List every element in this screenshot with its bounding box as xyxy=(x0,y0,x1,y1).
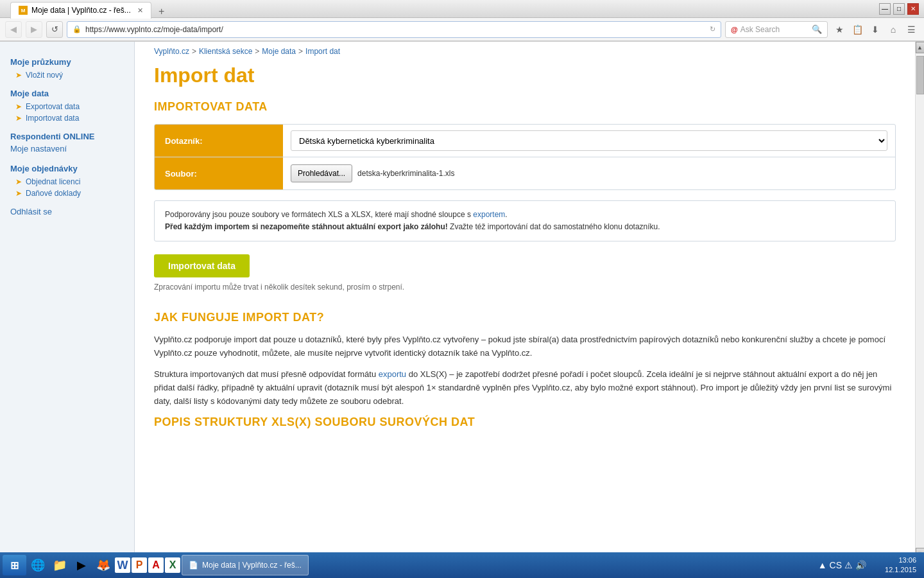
dotaznik-label: Dotazník: xyxy=(155,125,283,157)
taskbar-pdf-icon[interactable]: A xyxy=(148,557,164,573)
dotaznik-select[interactable]: Dětská kybernetická kyberkriminalita xyxy=(291,130,887,151)
para2-start: Struktura importovaných dat musí přesně … xyxy=(154,369,379,379)
maximize-button[interactable]: □ xyxy=(893,3,905,15)
lock-icon: 🔒 xyxy=(73,25,81,33)
taskbar-ie-icon[interactable]: 🌐 xyxy=(28,555,48,575)
arrow-icon-5: ➤ xyxy=(15,189,22,198)
breadcrumb-current: Import dat xyxy=(305,47,340,56)
breadcrumb-sep-2: > xyxy=(255,47,259,56)
taskbar-clock: 13:06 12.1.2015 xyxy=(870,556,921,575)
sidebar-add-new[interactable]: ➤ Vložit nový xyxy=(10,69,124,81)
search-logo: @ xyxy=(731,26,738,33)
processing-note: Zpracování importu může trvat i několik … xyxy=(154,283,896,292)
taskbar-date-text: 12.1.2015 xyxy=(875,565,916,575)
import-form-box: Dotazník: Dětská kybernetická kyberkrimi… xyxy=(154,124,896,190)
scroll-up-btn[interactable]: ▲ xyxy=(916,42,925,53)
taskbar-active-window[interactable]: 📄 Moje data | Vyplňto.cz - řeš... xyxy=(182,555,309,575)
taskbar-ppt-icon[interactable]: P xyxy=(132,557,147,573)
soubor-row: Soubor: Prohledávat... detska-kyberkrimi… xyxy=(155,157,895,189)
dotaznik-field: Dětská kybernetická kyberkriminalita xyxy=(283,125,895,156)
import-button[interactable]: Importovat data xyxy=(154,254,250,277)
search-placeholder-text: Ask Search xyxy=(740,25,780,34)
info-text-1: Podporovány jsou pouze soubory ve formát… xyxy=(165,210,473,219)
how-para-1: Vyplňto.cz podporuje import dat pouze u … xyxy=(154,333,896,360)
sidebar-my-surveys[interactable]: Moje průzkumy xyxy=(10,57,124,67)
info-text-3: Zvažte též importování dat do samostatné… xyxy=(448,222,660,231)
address-refresh-icon[interactable]: ↻ xyxy=(710,25,715,33)
search-bar[interactable]: @ Ask Search 🔍 xyxy=(725,21,828,38)
download-icon[interactable]: ⬇ xyxy=(868,22,883,37)
address-bar[interactable]: 🔒 https://www.vyplnto.cz/moje-data/impor… xyxy=(67,21,721,38)
tab-title: Moje data | Vyplňto.cz - řeš... xyxy=(31,6,131,15)
soubor-label: Soubor: xyxy=(155,157,283,189)
taskbar-time-text: 13:06 xyxy=(875,556,916,565)
scrollbar[interactable]: ▲ ▼ xyxy=(915,42,924,559)
how-para-2: Struktura importovaných dat musí přesně … xyxy=(154,368,896,408)
sidebar: Moje průzkumy ➤ Vložit nový Moje data ➤ … xyxy=(0,42,135,559)
back-button[interactable]: ◀ xyxy=(5,21,22,38)
sidebar-logout[interactable]: Odhlásit se xyxy=(10,207,124,216)
minimize-button[interactable]: — xyxy=(879,3,891,15)
breadcrumb-sep-1: > xyxy=(192,47,196,56)
sidebar-respondents[interactable]: Respondenti ONLINE xyxy=(10,132,124,141)
breadcrumb: Vyplňto.cz > Klientská sekce > Moje data… xyxy=(154,42,896,58)
breadcrumb-client[interactable]: Klientská sekce xyxy=(199,47,252,56)
file-name-text: detska-kyberkriminalita-1.xls xyxy=(357,169,454,178)
taskbar-arrow-icon[interactable]: ▲ xyxy=(818,560,827,570)
close-button[interactable]: ✕ xyxy=(907,3,919,15)
export-link-2[interactable]: exportu xyxy=(379,369,406,379)
sidebar-order-license-label: Objednat licenci xyxy=(26,177,80,186)
taskbar-firefox-icon[interactable]: 🦊 xyxy=(93,555,114,575)
scroll-thumb[interactable] xyxy=(916,56,924,94)
sidebar-add-new-label: Vložit nový xyxy=(26,71,63,80)
sidebar-settings[interactable]: Moje nastavení xyxy=(10,144,124,153)
breadcrumb-home[interactable]: Vyplňto.cz xyxy=(154,47,189,56)
arrow-icon: ➤ xyxy=(15,71,22,80)
sidebar-my-data[interactable]: Moje data xyxy=(10,89,124,98)
import-section-title: IMPORTOVAT DATA xyxy=(154,100,896,114)
taskbar-explorer-icon[interactable]: 📁 xyxy=(49,555,70,575)
taskbar-lang: CS xyxy=(830,560,842,570)
sidebar-export-data[interactable]: ➤ Exportovat data xyxy=(10,101,124,112)
new-tab-button[interactable]: + xyxy=(154,4,169,19)
arrow-icon-4: ➤ xyxy=(15,177,22,186)
forward-button[interactable]: ▶ xyxy=(26,21,42,38)
soubor-field: Prohledávat... detska-kyberkriminalita-1… xyxy=(283,159,895,188)
refresh-button[interactable]: ↺ xyxy=(46,21,63,38)
tab-close-btn[interactable]: ✕ xyxy=(137,6,143,15)
windows-icon: ⊞ xyxy=(10,559,19,572)
breadcrumb-mydata[interactable]: Moje data xyxy=(262,47,296,56)
dotaznik-row: Dotazník: Dětská kybernetická kyberkrimi… xyxy=(155,125,895,157)
page-wrapper: Moje průzkumy ➤ Vložit nový Moje data ➤ … xyxy=(0,42,924,559)
title-bar: M Moje data | Vyplňto.cz - řeš... ✕ + — … xyxy=(0,0,924,18)
taskbar-excel-icon[interactable]: X xyxy=(165,557,180,573)
taskbar-word-icon[interactable]: W xyxy=(115,557,130,573)
menu-icon[interactable]: ☰ xyxy=(903,22,919,37)
taskbar-tab-icon: 📄 xyxy=(189,561,198,570)
sidebar-order-license[interactable]: ➤ Objednat licenci xyxy=(10,176,124,188)
sidebar-tax-docs-label: Daňové doklady xyxy=(26,189,81,198)
sidebar-import-data[interactable]: ➤ Importovat data xyxy=(10,112,124,124)
taskbar-media-icon[interactable]: ▶ xyxy=(71,555,92,575)
info-box: Podporovány jsou pouze soubory ve formát… xyxy=(154,200,896,241)
star-icon[interactable]: ★ xyxy=(832,22,847,37)
home-icon[interactable]: ⌂ xyxy=(886,22,901,37)
page-title: Import dat xyxy=(154,64,896,87)
sidebar-export-label: Exportovat data xyxy=(26,102,80,111)
search-icon[interactable]: 🔍 xyxy=(812,24,822,34)
taskbar-volume-icon[interactable]: 🔊 xyxy=(855,560,866,570)
section3-title: POPIS STRUKTURY XLS(X) SOUBORU SUROVÝCH … xyxy=(154,416,896,429)
export-link[interactable]: exportem xyxy=(473,210,505,219)
sidebar-orders[interactable]: Moje objednávky xyxy=(10,164,124,173)
window-controls: — □ ✕ xyxy=(879,3,919,15)
taskbar-active-title: Moje data | Vyplňto.cz - řeš... xyxy=(202,561,302,570)
start-button[interactable]: ⊞ xyxy=(3,555,26,575)
tab-favicon: M xyxy=(19,6,28,15)
taskbar: ⊞ 🌐 📁 ▶ 🦊 W P A X 📄 Moje data | Vyplňto.… xyxy=(0,552,924,578)
clipboard-icon[interactable]: 📋 xyxy=(850,22,865,37)
file-browse-button[interactable]: Prohledávat... xyxy=(291,164,352,182)
active-tab[interactable]: M Moje data | Vyplňto.cz - řeš... ✕ xyxy=(10,2,151,19)
taskbar-warning-icon[interactable]: ⚠ xyxy=(844,560,853,570)
sidebar-tax-docs[interactable]: ➤ Daňové doklady xyxy=(10,188,124,199)
breadcrumb-sep-3: > xyxy=(298,47,303,56)
